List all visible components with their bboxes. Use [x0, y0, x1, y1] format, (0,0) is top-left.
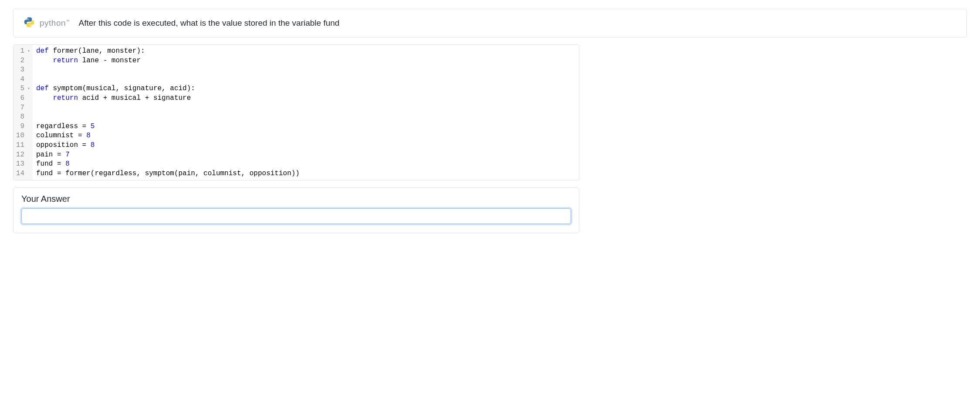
line-number: 8	[15, 112, 30, 122]
code-gutter: 1▾2 3 4 5▾6 7 8 9 10 11 12 13 14	[14, 45, 33, 180]
code-line	[36, 75, 575, 85]
line-number: 7	[15, 103, 30, 113]
line-number: 13	[15, 160, 30, 169]
line-number: 12	[15, 150, 30, 160]
code-line: fund = former(regardless, symptom(pain, …	[36, 169, 575, 179]
code-line: return acid + musical + signature	[36, 94, 575, 103]
language-label: python™	[40, 18, 70, 28]
answer-input[interactable]	[21, 208, 571, 224]
code-line: fund = 8	[36, 160, 575, 169]
code-line: def symptom(musical, signature, acid):	[36, 84, 575, 94]
code-line	[36, 112, 575, 122]
code-line	[36, 103, 575, 113]
code-line: opposition = 8	[36, 141, 575, 150]
line-number: 3	[15, 65, 30, 75]
line-number: 2	[15, 56, 30, 66]
answer-card: Your Answer	[13, 187, 579, 233]
code-line: return lane - monster	[36, 56, 575, 66]
line-number: 5▾	[15, 84, 30, 94]
fold-arrow-icon[interactable]: ▾	[26, 86, 30, 92]
fold-arrow-icon[interactable]: ▾	[26, 48, 30, 54]
line-number: 6	[15, 94, 30, 103]
question-card: python™ After this code is executed, wha…	[13, 9, 967, 37]
line-number: 9	[15, 122, 30, 132]
answer-label: Your Answer	[21, 194, 571, 204]
code-editor: 1▾2 3 4 5▾6 7 8 9 10 11 12 13 14 def for…	[13, 44, 579, 180]
code-line	[36, 65, 575, 75]
code-line: def former(lane, monster):	[36, 47, 575, 56]
code-line: pain = 7	[36, 150, 575, 160]
line-number: 1▾	[15, 47, 30, 56]
python-logo-icon	[24, 17, 34, 29]
line-number: 11	[15, 141, 30, 150]
line-number: 10	[15, 131, 30, 141]
line-number: 4	[15, 75, 30, 85]
code-body[interactable]: def former(lane, monster): return lane -…	[33, 45, 579, 180]
line-number: 14	[15, 169, 30, 179]
code-line: columnist = 8	[36, 131, 575, 141]
question-text: After this code is executed, what is the…	[79, 18, 340, 28]
code-line: regardless = 5	[36, 122, 575, 132]
